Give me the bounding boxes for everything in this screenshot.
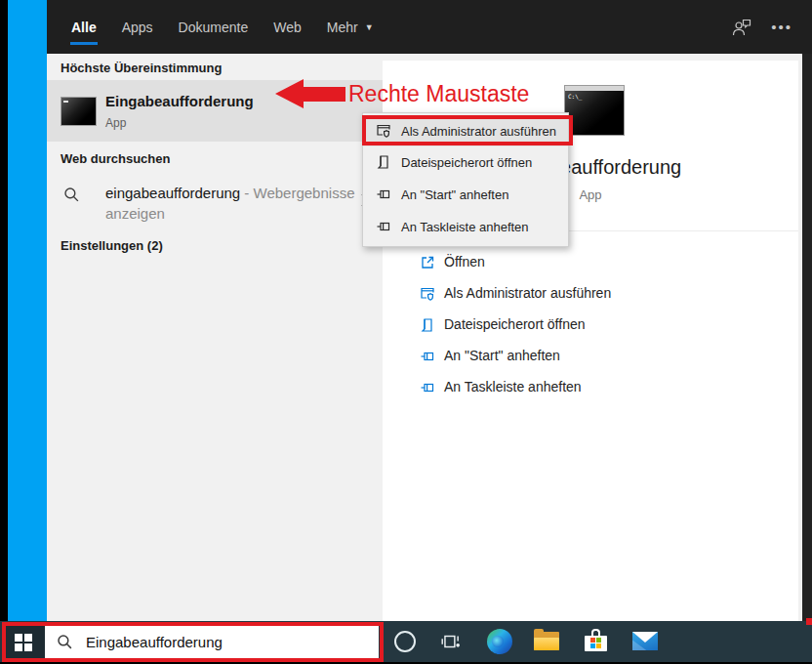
action-open-file-location[interactable]: Dateispeicherort öffnen	[383, 310, 798, 341]
task-view-icon[interactable]	[440, 631, 462, 652]
desktop-right-edge	[802, 54, 812, 621]
web-result-text: eingabeaufforderung - Webergebnisse anze…	[105, 183, 379, 224]
action-run-as-admin[interactable]: Als Administrator ausführen	[383, 278, 798, 310]
microsoft-store-icon[interactable]	[585, 629, 607, 651]
file-location-icon	[420, 317, 435, 333]
cortana-icon[interactable]	[394, 631, 416, 652]
settings-header: Einstellungen (2)	[61, 238, 163, 253]
annotation-arrow-tail	[304, 87, 345, 102]
action-pin-to-taskbar[interactable]: An Taskleiste anheften	[383, 372, 798, 403]
context-menu-item-pin-to-start[interactable]: An "Start" anheften	[363, 179, 568, 211]
tab-mehr[interactable]: Mehr ▼	[314, 0, 386, 54]
admin-shield-icon	[420, 286, 435, 302]
annotation-red-mark	[806, 618, 812, 625]
command-prompt-icon-large: C:\_	[564, 85, 625, 136]
search-results-panel: Höchste Übereinstimmung Eingabeaufforder…	[47, 54, 383, 621]
file-location-icon	[376, 154, 391, 170]
web-search-result[interactable]: eingabeaufforderung - Webergebnisse anze…	[47, 178, 383, 228]
tab-web[interactable]: Web	[261, 0, 314, 54]
feedback-icon[interactable]	[732, 19, 751, 36]
action-open[interactable]: Öffnen	[383, 247, 798, 278]
annotation-highlight-search-box	[2, 622, 384, 662]
tab-alle[interactable]: Alle	[59, 0, 109, 54]
open-window-icon	[420, 255, 435, 270]
annotation-arrow-icon	[275, 79, 304, 108]
tab-dokumente[interactable]: Dokumente	[166, 0, 262, 54]
context-menu-item-open-file-location[interactable]: Dateispeicherort öffnen	[363, 146, 568, 179]
search-filter-bar: Alle Apps Dokumente Web Mehr ▼ •••	[47, 0, 812, 54]
result-subtitle: App	[105, 116, 126, 130]
file-explorer-icon[interactable]	[534, 632, 559, 650]
mail-icon[interactable]	[632, 632, 658, 650]
filter-tabs: Alle Apps Dokumente Web Mehr ▼	[59, 0, 386, 54]
pin-icon	[376, 187, 391, 202]
action-pin-to-start[interactable]: An "Start" anheften	[383, 341, 798, 372]
best-match-header: Höchste Übereinstimmung	[61, 61, 222, 75]
desktop-background	[8, 0, 47, 621]
tab-apps[interactable]: Apps	[109, 0, 166, 54]
web-search-header: Web durchsuchen	[61, 151, 170, 166]
panel-top-gap	[383, 54, 798, 61]
search-icon	[63, 187, 80, 203]
chevron-down-icon: ▼	[365, 22, 374, 32]
pin-icon	[376, 219, 391, 234]
pin-icon	[420, 349, 435, 364]
command-prompt-icon	[61, 97, 97, 126]
annotation-highlight-run-as-admin	[362, 115, 573, 145]
preview-actions: Öffnen Als Administrator ausführen Da	[383, 247, 798, 403]
context-menu-item-pin-to-taskbar[interactable]: An Taskleiste anheften	[363, 211, 568, 243]
pin-icon	[420, 380, 435, 395]
edge-browser-icon[interactable]	[487, 629, 512, 654]
annotation-label: Rechte Maustaste	[348, 81, 529, 107]
windows-search-screenshot: Alle Apps Dokumente Web Mehr ▼ ••• Höchs…	[0, 0, 812, 664]
result-title: Eingabeaufforderung	[105, 93, 254, 109]
more-options-icon[interactable]: •••	[771, 19, 792, 35]
